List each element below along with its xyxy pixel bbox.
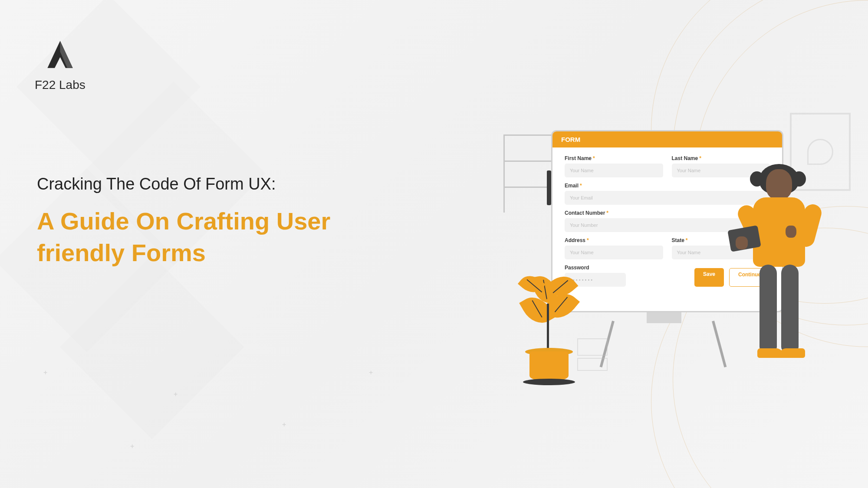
- sparkle-icon: +: [43, 369, 47, 377]
- brand-logo: F22 Labs: [35, 39, 85, 92]
- save-button[interactable]: Save: [694, 268, 724, 287]
- email-input[interactable]: Your Email: [565, 191, 770, 205]
- stand-leg: [712, 321, 727, 367]
- main-heading-block: Cracking The Code Of Form UX: A Guide On…: [37, 174, 406, 269]
- sparkle-icon: +: [174, 390, 178, 398]
- sparkle-icon: +: [282, 421, 286, 429]
- sparkle-icon: +: [369, 369, 373, 377]
- address-field: Address* Your Name: [565, 237, 663, 259]
- hero-illustration: FORM First Name* Your Name Last Name* Yo…: [490, 121, 816, 364]
- form-title: FORM: [552, 131, 782, 147]
- person-illustration: [742, 169, 820, 373]
- board-stand: [647, 312, 681, 323]
- logo-arrow-icon: [42, 39, 79, 72]
- brand-name: F22 Labs: [35, 78, 85, 92]
- sparkle-icon: +: [130, 442, 134, 450]
- heading-subtitle: Cracking The Code Of Form UX:: [37, 174, 406, 195]
- first-name-field: First Name* Your Name: [565, 155, 663, 177]
- first-name-input[interactable]: Your Name: [565, 164, 663, 177]
- plant-decoration: [512, 260, 586, 382]
- email-field: Email* Your Email: [565, 183, 770, 205]
- address-input[interactable]: Your Name: [565, 246, 663, 259]
- heading-title: A Guide On Crafting User friendly Forms: [37, 206, 406, 269]
